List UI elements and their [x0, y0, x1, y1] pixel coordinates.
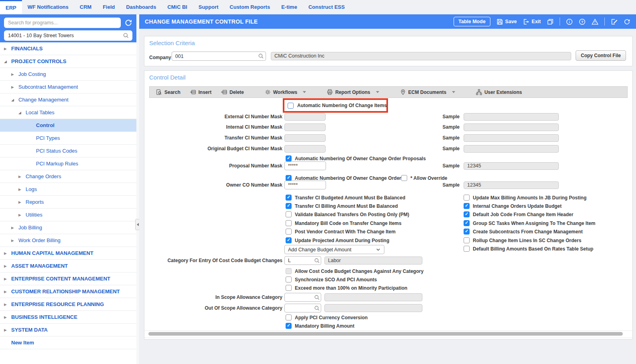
- apply-pci-currency-checkbox[interactable]: [286, 314, 292, 320]
- user-extensions-button[interactable]: User Extensions: [476, 89, 522, 95]
- sidebar-item-job-costing[interactable]: Job Costing: [0, 68, 136, 81]
- edit-icon[interactable]: [611, 18, 618, 25]
- horizontal-scrollbar[interactable]: [148, 332, 623, 336]
- sidebar-item-reports[interactable]: Reports: [0, 196, 136, 209]
- warning-icon[interactable]: [592, 18, 598, 25]
- copy-icon[interactable]: [547, 18, 554, 25]
- group-sc-tasks-checkbox[interactable]: [464, 220, 470, 226]
- refresh-icon[interactable]: [124, 19, 132, 27]
- tab-support[interactable]: Support: [193, 0, 224, 14]
- search-button[interactable]: Search: [156, 89, 180, 95]
- sidebar-header: [0, 14, 136, 42]
- sidebar-item-local-tables[interactable]: Local Tables: [0, 106, 136, 119]
- create-subcontracts-checkbox[interactable]: [464, 229, 470, 235]
- sidebar-item-asset-management[interactable]: ASSET MANAGEMENT: [0, 260, 136, 273]
- checkbox-label: Create Subcontracts From Change Manageme…: [473, 229, 583, 235]
- sidebar-item-logs[interactable]: Logs: [0, 183, 136, 196]
- internal-ci-mask-field: [284, 123, 326, 131]
- sidebar-item-system-data[interactable]: SYSTEM DATA: [0, 324, 136, 336]
- ecm-documents-button[interactable]: ECM Documents: [400, 89, 455, 95]
- tab-e-time[interactable]: E-time: [276, 0, 303, 14]
- sidebar-item-pci-markup-rules[interactable]: PCI Markup Rules: [0, 157, 136, 170]
- divider: [144, 338, 632, 338]
- search-icon[interactable]: [258, 53, 264, 59]
- mandatory-billing-amount-checkbox[interactable]: [286, 323, 292, 329]
- sidebar-item-enterprise-resource-planning[interactable]: ENTERPRISE RESOURCE PLANNING: [0, 298, 136, 311]
- sidebar-item-pci-types[interactable]: PCI Types: [0, 132, 136, 145]
- sidebar-item-business-intelligence[interactable]: BUSINESS INTELLIGENCE: [0, 311, 136, 324]
- search-icon[interactable]: [314, 294, 320, 300]
- sidebar-item-control[interactable]: Control: [0, 119, 136, 132]
- synchronize-sco-pci-checkbox[interactable]: [286, 276, 292, 282]
- update-projected-amount-checkbox[interactable]: [286, 237, 292, 243]
- validate-balanced-transfers-checkbox[interactable]: [286, 211, 292, 217]
- allow-override-checkbox[interactable]: [401, 175, 407, 181]
- proposal-number-mask-input[interactable]: [284, 161, 326, 170]
- divider: [144, 330, 632, 331]
- program-search-input[interactable]: [4, 18, 121, 28]
- tab-dashboards[interactable]: Dashboards: [120, 0, 162, 14]
- automatic-numbering-change-items-checkbox[interactable]: [288, 103, 294, 109]
- default-billing-amounts-checkbox[interactable]: [464, 246, 470, 252]
- auto-numbering-owner-co-checkbox[interactable]: [286, 175, 292, 181]
- internal-co-update-budget-checkbox[interactable]: [464, 203, 470, 209]
- tab-erp[interactable]: ERP: [0, 0, 22, 14]
- sidebar-item-human-capital-management[interactable]: HUMAN CAPITAL MANAGEMENT: [0, 247, 136, 260]
- delete-button[interactable]: Delete: [221, 89, 244, 95]
- mandatory-bill-code-checkbox[interactable]: [286, 220, 292, 226]
- transfer-billing-balanced-checkbox[interactable]: [286, 203, 292, 209]
- tab-crm[interactable]: CRM: [74, 0, 97, 14]
- screen-header: CHANGE MANAGEMENT CONTROL FILE Table Mod…: [139, 14, 636, 29]
- refresh-icon[interactable]: [624, 18, 630, 25]
- sidebar-item-new-item[interactable]: New Item: [0, 336, 136, 349]
- owner-co-number-mask-input[interactable]: [284, 181, 326, 189]
- search-icon[interactable]: [314, 305, 320, 311]
- top-nav: ERP WF Notifications CRM Field Dashboard…: [0, 0, 636, 14]
- post-vendor-contract-checkbox[interactable]: [286, 229, 292, 235]
- search-icon[interactable]: [314, 258, 320, 264]
- auto-numbering-proposals-checkbox[interactable]: [286, 155, 292, 161]
- tab-construct-ess[interactable]: Construct ESS: [303, 0, 350, 14]
- tab-field[interactable]: Field: [97, 0, 120, 14]
- sidebar-item-project-controls[interactable]: PROJECT CONTROLS: [0, 55, 136, 68]
- sidebar-item-enterprise-content-management[interactable]: ENTERPRISE CONTENT MANAGEMENT: [0, 273, 136, 285]
- sidebar-item-utilities[interactable]: Utilities: [0, 209, 136, 221]
- sidebar-item-change-orders[interactable]: Change Orders: [0, 170, 136, 183]
- table-mode-button[interactable]: Table Mode: [454, 17, 490, 26]
- tab-wf-notifications[interactable]: WF Notifications: [22, 0, 74, 14]
- default-job-code-checkbox[interactable]: [464, 211, 470, 217]
- sidebar-item-subcontract-management[interactable]: Subcontract Management: [0, 81, 136, 93]
- map-pin-icon: [400, 89, 406, 95]
- ecm-documents-label: ECM Documents: [408, 90, 446, 95]
- help-icon[interactable]: ?: [579, 18, 586, 25]
- sidebar-item-pci-status-codes[interactable]: PCI Status Codes: [0, 145, 136, 157]
- exit-button[interactable]: Exit: [523, 18, 541, 25]
- report-options-button[interactable]: Report Options: [327, 89, 379, 95]
- chevron-right-icon: [18, 187, 26, 191]
- insert-button[interactable]: Insert: [190, 89, 212, 95]
- header-divider: [604, 18, 605, 26]
- highlight-box: Automatic Numbering Of Change Items: [283, 98, 388, 113]
- update-max-billing-checkbox[interactable]: [464, 195, 470, 201]
- info-icon[interactable]: [566, 18, 573, 25]
- tab-cmic-bi[interactable]: CMiC BI: [162, 0, 193, 14]
- search-icon[interactable]: [123, 32, 129, 39]
- rollup-change-item-lines-checkbox[interactable]: [464, 237, 470, 243]
- chevron-right-icon: [4, 328, 11, 332]
- save-button[interactable]: Save: [496, 18, 517, 25]
- project-selector-input[interactable]: [4, 30, 132, 41]
- copy-control-file-button[interactable]: Copy Control File: [576, 50, 626, 61]
- sidebar-item-change-management[interactable]: Change Management: [0, 93, 136, 106]
- company-code-input[interactable]: [172, 52, 266, 61]
- original-budget-ci-mask-field: [284, 145, 326, 153]
- sidebar-item-financials[interactable]: FINANCIALS: [0, 42, 136, 55]
- sidebar-item-customer-relationship-management[interactable]: CUSTOMER RELATIONSHIP MANAGEMENT: [0, 285, 136, 298]
- sidebar-item-job-billing[interactable]: Job Billing: [0, 221, 136, 234]
- exceed-minority-participation-checkbox[interactable]: [286, 285, 292, 291]
- chevron-right-icon: [18, 213, 26, 217]
- tab-custom-reports[interactable]: Custom Reports: [224, 0, 276, 14]
- sidebar-item-work-order-billing[interactable]: Work Order Billing: [0, 234, 136, 247]
- workflows-button[interactable]: Workflows: [265, 89, 306, 95]
- transfer-budgeted-balanced-checkbox[interactable]: [286, 195, 292, 201]
- budget-amount-dropdown[interactable]: Add Change Budget Amount: [284, 245, 384, 254]
